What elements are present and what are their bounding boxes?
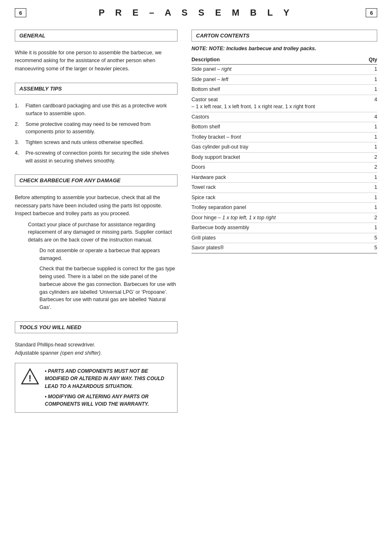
item-qty: 2	[365, 163, 377, 173]
assembly-tips-list: 1.Flatten cardboard packaging and use th…	[15, 102, 178, 165]
assembly-tip-3: 3.Tighten screws and nuts unless otherwi…	[15, 139, 178, 146]
item-qty: 4	[365, 112, 377, 122]
table-row: Hardware pack1	[191, 172, 377, 183]
assembly-tips-section: ASSEMBLY TIPS	[15, 83, 178, 95]
item-qty: 1	[365, 193, 377, 203]
warning-text: • PARTS AND COMPONENTS MUST NOT BE MODIF…	[45, 367, 171, 408]
note-label: NOTE:	[191, 46, 209, 51]
carton-contents-section: CARTON CONTENTS	[191, 30, 377, 42]
assembly-tip-1: 1.Flatten cardboard packaging and use th…	[15, 102, 178, 118]
table-row: Towel rack1	[191, 183, 377, 193]
item-description: Body support bracket	[191, 152, 365, 163]
item-description: Spice rack	[191, 193, 365, 203]
table-header-row: Description Qty	[191, 56, 377, 65]
item-description: Barbecue body assembly	[191, 223, 365, 233]
item-qty: 4	[365, 95, 377, 112]
item-description: Side panel – left	[191, 74, 365, 85]
header: 6 P R E – A S S E M B L Y 6	[0, 0, 392, 22]
table-row: Bottom shelf1	[191, 85, 377, 95]
warning-bullet-2: • MODIFYING OR ALTERING ANY PARTS OR COM…	[45, 393, 171, 408]
item-description: Trolley separation panel	[191, 203, 365, 213]
table-row: Gas cylinder pull-out tray1	[191, 142, 377, 153]
item-qty: 2	[365, 213, 377, 223]
item-description: Gas cylinder pull-out tray	[191, 142, 365, 153]
item-description: Grill plates	[191, 233, 365, 243]
check-barbecue-title: CHECK BARBECUE FOR ANY DAMAGE	[19, 177, 173, 183]
check-barbecue-section: CHECK BARBECUE FOR ANY DAMAGE	[15, 174, 178, 186]
item-description: Savor plates®	[191, 243, 365, 253]
warning-box: ! • PARTS AND COMPONENTS MUST NOT BE MOD…	[15, 363, 178, 413]
item-qty: 1	[365, 203, 377, 213]
right-column: CARTON CONTENTS NOTE: NOTE: Includes bar…	[187, 30, 377, 413]
general-body: While it is possible for one person to a…	[15, 49, 178, 73]
item-qty: 5	[365, 243, 377, 253]
table-row: Grill plates5	[191, 233, 377, 243]
item-description: Side panel – right	[191, 65, 365, 75]
warning-bullet-1: • PARTS AND COMPONENTS MUST NOT BE MODIF…	[45, 367, 171, 390]
item-description: Trolley bracket – front	[191, 132, 365, 142]
carton-note: NOTE: NOTE: Includes barbecue and trolle…	[191, 46, 377, 51]
item-qty: 1	[365, 172, 377, 183]
carton-contents-table: Description Qty Side panel – right1Side …	[191, 56, 377, 253]
carton-contents-body: Side panel – right1Side panel – left1Bot…	[191, 65, 377, 253]
item-qty: 1	[365, 132, 377, 142]
assembly-tip-2: 2.Some protective coating may need to be…	[15, 121, 178, 136]
page-title: P R E – A S S E M B L Y	[26, 7, 366, 18]
item-qty: 1	[365, 142, 377, 153]
page-number-right: 6	[366, 8, 377, 17]
item-description: Bottom shelf	[191, 85, 365, 95]
table-row: Door hinge – 1 x top left, 1 x top right…	[191, 213, 377, 223]
item-description: Castor seat– 1 x left rear, 1 x left fro…	[191, 95, 365, 112]
table-row: Side panel – right1	[191, 65, 377, 75]
assembly-tip-4: 4.Pre-screwing of connection points for …	[15, 149, 178, 165]
item-qty: 1	[365, 74, 377, 85]
left-column: GENERAL While it is possible for one per…	[15, 30, 187, 413]
table-row: Doors2	[191, 163, 377, 173]
item-qty: 1	[365, 183, 377, 193]
item-description: Door hinge – 1 x top left, 1 x top right	[191, 213, 365, 223]
item-description: Castors	[191, 112, 365, 122]
table-row: Trolley separation panel1	[191, 203, 377, 213]
general-section: GENERAL	[15, 30, 178, 42]
general-title: GENERAL	[19, 33, 173, 39]
table-row: Spice rack1	[191, 193, 377, 203]
table-row: Castors4	[191, 112, 377, 122]
item-qty: 1	[365, 85, 377, 95]
col-description-header: Description	[191, 56, 365, 65]
table-row: Savor plates®5	[191, 243, 377, 253]
assembly-tips-body: 1.Flatten cardboard packaging and use th…	[15, 102, 178, 165]
item-qty: 5	[365, 233, 377, 243]
assembly-tips-title: ASSEMBLY TIPS	[19, 86, 173, 92]
tools-body: Standard Phillips-head screwdriver. Adju…	[15, 341, 178, 357]
tools-section: TOOLS YOU WILL NEED	[15, 321, 178, 333]
table-row: Castor seat– 1 x left rear, 1 x left fro…	[191, 95, 377, 112]
item-qty: 1	[365, 122, 377, 132]
carton-contents-title: CARTON CONTENTS	[196, 33, 373, 39]
page-number-left: 6	[15, 8, 26, 17]
item-description: Hardware pack	[191, 172, 365, 183]
warning-icon: !	[21, 367, 39, 385]
col-qty-header: Qty	[365, 56, 377, 65]
page: 6 P R E – A S S E M B L Y 6 GENERAL Whil…	[0, 0, 392, 555]
main-content: GENERAL While it is possible for one per…	[0, 22, 392, 423]
item-description: Doors	[191, 163, 365, 173]
item-qty: 2	[365, 152, 377, 163]
table-row: Bottom shelf1	[191, 122, 377, 132]
table-row: Side panel – left1	[191, 74, 377, 85]
item-qty: 1	[365, 65, 377, 75]
tools-title: TOOLS YOU WILL NEED	[19, 324, 173, 330]
check-barbecue-body: Before attempting to assemble your barbe…	[15, 194, 178, 311]
table-row: Trolley bracket – front1	[191, 132, 377, 142]
tools-line2: Adjustable spanner (open end shifter).	[15, 349, 178, 357]
item-description: Bottom shelf	[191, 122, 365, 132]
table-row: Body support bracket2	[191, 152, 377, 163]
item-description: Towel rack	[191, 183, 365, 193]
svg-text:!: !	[28, 373, 31, 383]
table-row: Barbecue body assembly1	[191, 223, 377, 233]
item-qty: 1	[365, 223, 377, 233]
